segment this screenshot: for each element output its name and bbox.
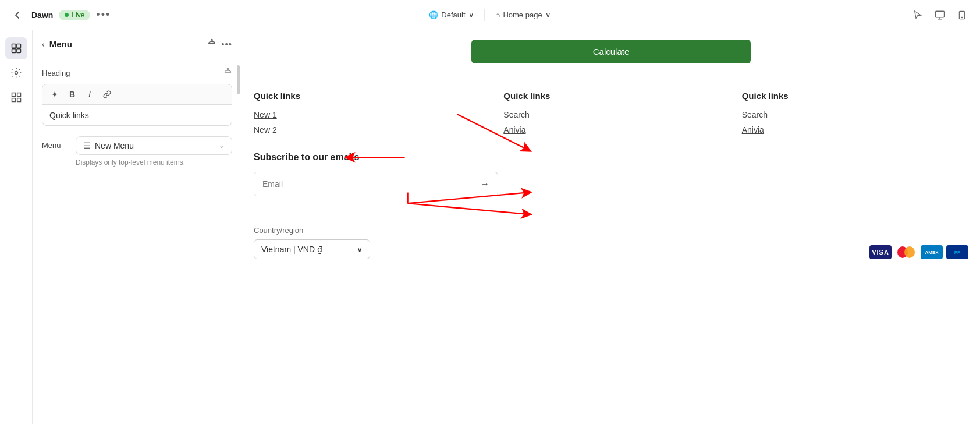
topbar-back-icon[interactable] xyxy=(9,7,26,23)
calculate-btn[interactable]: Calculate xyxy=(471,40,751,63)
topbar: Dawn Live ••• 🌐 Default ∨ ⌂ Home page ∨ xyxy=(0,0,980,30)
visa-card: VISA xyxy=(869,245,892,259)
sidebar-more-icon[interactable]: ••• xyxy=(221,39,232,49)
sidebar-back-btn[interactable]: ‹ xyxy=(42,40,45,49)
subscribe-title: Subscribe to our emails xyxy=(254,152,968,162)
italic-btn[interactable]: I xyxy=(83,88,96,101)
footer-link-anivia-2[interactable]: Anivia xyxy=(742,125,957,135)
menu-row: Menu ☰ New Menu ⌄ Displays only top-leve… xyxy=(42,136,232,168)
menu-hint: Displays only top-level menu items. xyxy=(76,158,232,168)
preview-canvas: Calculate Quick links New 1 New 2 Quick … xyxy=(242,30,980,424)
footer-link-anivia-1[interactable]: Anivia xyxy=(503,125,718,135)
heading-save-icon[interactable] xyxy=(223,68,232,78)
footer-col-1: Quick links New 1 New 2 xyxy=(254,91,492,140)
bold-btn[interactable]: B xyxy=(66,88,79,101)
topbar-homepage-selector[interactable]: ⌂ Home page ∨ xyxy=(490,8,557,22)
footer-col-2-title: Quick links xyxy=(503,91,718,101)
mobile-icon-btn[interactable] xyxy=(953,6,971,24)
topbar-app-name: Dawn xyxy=(31,10,53,20)
rich-text-toolbar: ✦ B I xyxy=(42,84,232,105)
country-section: Country/region Vietnam | VND ₫ ∨ VISA AM… xyxy=(242,214,980,271)
footer-link-new2[interactable]: New 2 xyxy=(254,125,480,135)
cursor-icon-btn[interactable] xyxy=(909,6,926,24)
country-select[interactable]: Vietnam | VND ₫ ∨ xyxy=(254,239,370,259)
live-dot xyxy=(65,13,69,17)
link-btn[interactable] xyxy=(101,88,113,101)
desktop-icon-btn[interactable] xyxy=(931,6,949,24)
sidebar-panel: ‹ Menu ••• Heading xyxy=(33,30,242,424)
live-badge: Live xyxy=(59,10,90,20)
amex-card: AMEX xyxy=(921,245,943,259)
country-chevron-icon: ∨ xyxy=(357,245,363,254)
footer-col-3-title: Quick links xyxy=(742,91,957,101)
chevron-down-icon: ∨ xyxy=(468,10,474,19)
svg-rect-8 xyxy=(12,93,15,97)
calculate-btn-wrap: Calculate xyxy=(242,30,980,73)
menu-value: New Menu xyxy=(95,141,134,150)
footer-col-3: Quick links Search Anivia xyxy=(730,91,968,140)
content-area: Calculate Quick links New 1 New 2 Quick … xyxy=(242,30,980,424)
mastercard-card xyxy=(895,245,917,259)
rail-icon-settings[interactable] xyxy=(5,62,27,84)
email-input[interactable] xyxy=(254,172,472,196)
email-input-row: → xyxy=(254,172,498,196)
sidebar-header: ‹ Menu ••• xyxy=(33,30,242,58)
paypal-card: PP xyxy=(946,245,968,259)
svg-rect-4 xyxy=(16,44,20,48)
footer-col-1-title: Quick links xyxy=(254,91,480,101)
topbar-more-btn[interactable]: ••• xyxy=(96,9,111,21)
rail-icon-blocks[interactable] xyxy=(5,37,27,59)
svg-rect-9 xyxy=(17,93,20,97)
svg-rect-6 xyxy=(16,49,20,53)
svg-rect-3 xyxy=(12,44,16,48)
footer-columns: Quick links New 1 New 2 Quick links Sear… xyxy=(242,73,980,152)
svg-rect-0 xyxy=(936,11,945,17)
globe-icon: 🌐 xyxy=(429,10,438,19)
footer-link-new1[interactable]: New 1 xyxy=(254,110,480,119)
subscribe-section: Subscribe to our emails → xyxy=(242,152,980,214)
rail-icon-grid[interactable] xyxy=(5,86,27,108)
svg-rect-11 xyxy=(17,98,20,102)
magic-btn[interactable]: ✦ xyxy=(48,88,61,101)
sidebar-save-icon[interactable] xyxy=(207,38,216,50)
menu-label: Menu xyxy=(42,136,70,150)
svg-point-7 xyxy=(15,72,17,75)
footer-link-search-1[interactable]: Search xyxy=(503,110,718,119)
topbar-default-selector[interactable]: 🌐 Default ∨ xyxy=(423,8,480,22)
payment-row: VISA AMEX PP xyxy=(869,245,968,259)
menu-lines-icon: ☰ xyxy=(83,141,91,150)
menu-selector-wrap: ☰ New Menu ⌄ Displays only top-level men… xyxy=(76,136,232,168)
heading-section-label: Heading xyxy=(42,68,232,78)
menu-selector[interactable]: ☰ New Menu ⌄ xyxy=(76,136,232,155)
svg-rect-10 xyxy=(12,98,15,102)
footer-link-search-2[interactable]: Search xyxy=(742,110,957,119)
footer-col-2: Quick links Search Anivia xyxy=(492,91,730,140)
topbar-center: 🌐 Default ∨ ⌂ Home page ∨ xyxy=(423,8,556,22)
svg-point-2 xyxy=(961,17,962,17)
chevron-down-icon-2: ∨ xyxy=(545,10,551,19)
main-layout: ‹ Menu ••• Heading xyxy=(0,30,980,424)
email-submit-btn[interactable]: → xyxy=(472,173,498,195)
country-label: Country/region xyxy=(254,226,968,235)
home-icon: ⌂ xyxy=(496,10,500,19)
svg-rect-5 xyxy=(12,49,16,53)
icon-rail xyxy=(0,30,33,424)
heading-input[interactable]: Quick links xyxy=(42,105,232,126)
sidebar-title: Menu xyxy=(49,39,72,49)
menu-chevron-icon: ⌄ xyxy=(219,142,225,150)
topbar-right xyxy=(909,6,971,24)
topbar-divider xyxy=(485,9,485,21)
sidebar-content: Heading ✦ B I Quick xyxy=(33,58,242,424)
